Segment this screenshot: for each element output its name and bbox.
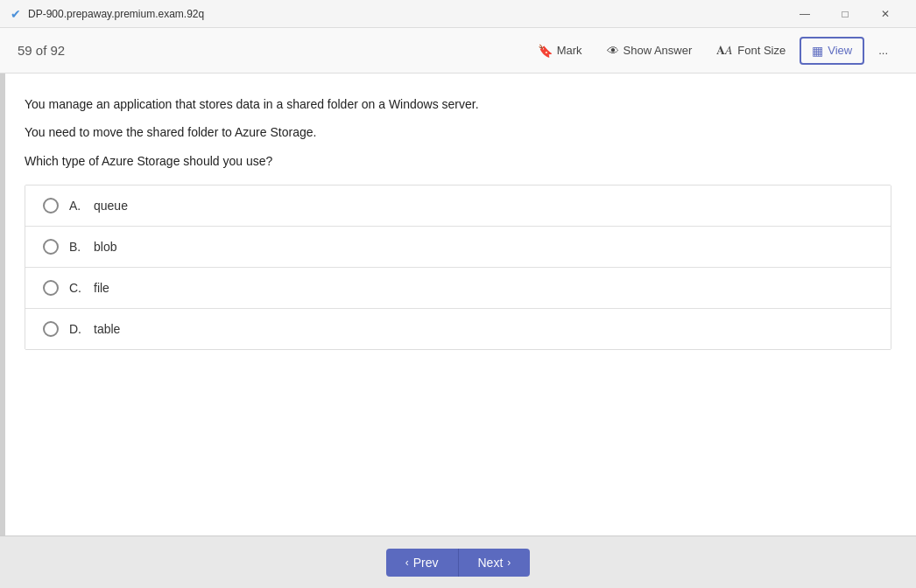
font-size-button[interactable]: 𝐀𝐴 Font Size: [706, 38, 796, 63]
option-row-d[interactable]: D. table: [25, 309, 891, 349]
more-icon: ...: [878, 44, 888, 57]
question-text: You manage an application that stores da…: [25, 94, 891, 171]
bookmark-icon: 🔖: [538, 44, 553, 58]
prev-chevron-icon: ‹: [405, 556, 409, 569]
option-text-c: file: [94, 281, 109, 295]
main-content: You manage an application that stores da…: [0, 74, 916, 536]
titlebar-left: ✔ DP-900.prepaway.premium.exam.92q: [11, 7, 204, 21]
option-letter-d: D.: [69, 322, 87, 336]
option-radio-d: [43, 321, 59, 337]
toolbar: 59 of 92 🔖 Mark 👁 Show Answer 𝐀𝐴 Font Si…: [0, 28, 916, 74]
option-radio-a: [43, 198, 59, 214]
option-radio-b: [43, 239, 59, 255]
option-radio-c: [43, 280, 59, 296]
view-button[interactable]: ▦ View: [800, 37, 864, 65]
maximize-button[interactable]: □: [825, 0, 865, 28]
titlebar-title: DP-900.prepaway.premium.exam.92q: [28, 8, 204, 20]
option-letter-c: C.: [69, 281, 87, 295]
titlebar: ✔ DP-900.prepaway.premium.exam.92q — □ ✕: [0, 0, 916, 28]
question-paragraph-1: You manage an application that stores da…: [25, 94, 891, 114]
show-answer-label: Show Answer: [624, 44, 693, 57]
question-counter: 59 of 92: [18, 43, 65, 58]
next-label: Next: [478, 556, 504, 570]
bottom-bar: ‹ Prev Next ›: [0, 536, 916, 588]
question-paragraph-2: You need to move the shared folder to Az…: [25, 122, 891, 142]
option-text-b: blob: [94, 240, 116, 254]
view-icon: ▦: [812, 44, 823, 58]
show-answer-button[interactable]: 👁 Show Answer: [596, 38, 703, 63]
option-letter-a: A.: [69, 199, 87, 213]
font-icon: 𝐀𝐴: [716, 43, 733, 58]
prev-button[interactable]: ‹ Prev: [386, 549, 459, 577]
option-row-b[interactable]: B. blob: [25, 227, 891, 268]
more-button[interactable]: ...: [868, 38, 898, 62]
mark-label: Mark: [557, 44, 582, 57]
question-paragraph-3: Which type of Azure Storage should you u…: [25, 151, 891, 171]
toolbar-right: 🔖 Mark 👁 Show Answer 𝐀𝐴 Font Size ▦ View…: [527, 37, 898, 65]
option-letter-b: B.: [69, 240, 87, 254]
option-text-a: queue: [94, 199, 128, 213]
next-button[interactable]: Next ›: [459, 549, 531, 577]
titlebar-controls: — □ ✕: [785, 0, 905, 28]
titlebar-checkmark-icon: ✔: [11, 7, 21, 21]
left-bar: [0, 74, 5, 536]
eye-icon: 👁: [607, 44, 619, 58]
font-size-label: Font Size: [737, 44, 786, 57]
options-container: A. queue B. blob C. file D. table: [25, 185, 891, 350]
next-chevron-icon: ›: [507, 556, 511, 569]
close-button[interactable]: ✕: [865, 0, 905, 28]
mark-button[interactable]: 🔖 Mark: [527, 38, 593, 63]
minimize-button[interactable]: —: [785, 0, 825, 28]
prev-label: Prev: [413, 556, 439, 570]
option-row-c[interactable]: C. file: [25, 268, 891, 309]
option-row-a[interactable]: A. queue: [25, 186, 891, 227]
view-label: View: [828, 44, 852, 57]
option-text-d: table: [94, 322, 120, 336]
